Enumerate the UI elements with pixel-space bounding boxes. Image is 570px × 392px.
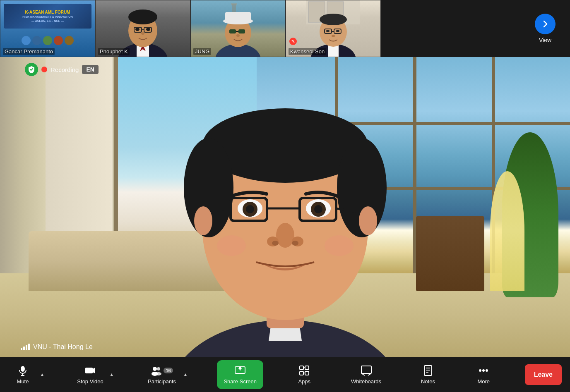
badge-4 [54, 36, 63, 45]
whiteboards-button[interactable]: Whiteboards [346, 360, 387, 389]
toolbar: Mute ▲ Stop Video ▲ 16 P [0, 357, 570, 392]
notes-label: Notes [421, 378, 435, 385]
svg-point-88 [479, 369, 481, 372]
badges-row [0, 36, 95, 45]
thumbnail-gancar[interactable]: K-ASEAN AML FORUM RISK MANAGEMENT & INNO… [0, 0, 95, 57]
share-screen-label: Share Screen [224, 378, 257, 385]
svg-point-58 [292, 241, 298, 246]
forum-subtitle: RISK MANAGEMENT & INNOVATION [22, 15, 72, 19]
svg-point-57 [272, 241, 279, 246]
svg-point-10 [141, 32, 144, 35]
forum-sub2: — ASEAN, ES... NCE — [22, 19, 72, 23]
participants-button[interactable]: 16 Participants [143, 360, 180, 389]
participant-name-phouphet: Phouphet K [98, 48, 130, 55]
more-button[interactable]: More [469, 360, 498, 389]
svg-rect-81 [361, 366, 371, 373]
mute-label: Mute [17, 378, 29, 385]
svg-marker-67 [93, 368, 95, 373]
video-caret[interactable]: ▲ [107, 360, 117, 389]
svg-rect-12 [231, 3, 237, 5]
svg-point-48 [314, 205, 322, 213]
participants-caret[interactable]: ▲ [180, 360, 190, 389]
svg-point-69 [157, 367, 160, 370]
svg-point-20 [236, 34, 240, 37]
main-video: Recording EN VNU - Thai Hong Le [0, 57, 570, 357]
forum-banner: K-ASEAN AML FORUM RISK MANAGEMENT & INNO… [4, 4, 91, 29]
svg-rect-17 [229, 29, 236, 33]
leave-button[interactable]: Leave [525, 364, 562, 385]
language-badge: EN [82, 65, 98, 74]
participant-name-kwanseol: Kwanseol Son [289, 48, 326, 55]
svg-point-31 [326, 30, 329, 32]
badge-2 [32, 36, 41, 45]
svg-point-63 [21, 366, 25, 372]
view-label: View [539, 37, 551, 43]
share-screen-button[interactable]: Share Screen [217, 360, 263, 389]
more-label: More [477, 378, 490, 385]
signal-icon [21, 344, 30, 350]
mute-caret[interactable]: ▲ [37, 360, 47, 389]
svg-point-6 [146, 28, 150, 31]
svg-rect-78 [305, 371, 309, 375]
participants-label: Participants [148, 378, 176, 385]
recording-dot [41, 67, 47, 72]
svg-rect-76 [305, 366, 309, 370]
svg-rect-18 [238, 29, 245, 33]
svg-rect-77 [300, 371, 303, 375]
apps-button[interactable]: Apps [290, 360, 319, 389]
mute-button[interactable]: Mute [8, 360, 37, 389]
speaker-name-text: VNU - Thai Hong Le [33, 343, 93, 351]
svg-point-59 [217, 235, 246, 256]
svg-rect-16 [225, 12, 251, 22]
notes-button[interactable]: Notes [414, 360, 443, 389]
thumbnail-kwanseol[interactable]: Kwanseol Son [286, 0, 381, 57]
participant-name-jung: JUNG [193, 48, 211, 55]
security-shield-icon [25, 63, 38, 76]
badge-3 [43, 36, 52, 45]
stop-video-label: Stop Video [77, 378, 103, 385]
badge-5 [65, 36, 74, 45]
whiteboards-label: Whiteboards [351, 378, 381, 385]
svg-point-5 [135, 28, 139, 31]
svg-point-89 [482, 369, 485, 372]
badge-1 [22, 36, 31, 45]
svg-point-60 [325, 235, 354, 256]
svg-point-62 [359, 206, 377, 235]
apps-label: Apps [298, 378, 310, 385]
speaker-name-bar: VNU - Thai Hong Le [21, 343, 93, 351]
thumbnail-jung[interactable]: JUNG [190, 0, 286, 57]
participant-name-gancar: Gancar Premananto [3, 48, 55, 55]
recording-label: Recording [51, 66, 79, 73]
view-icon [535, 14, 556, 34]
svg-point-4 [128, 10, 157, 24]
svg-point-27 [320, 14, 347, 25]
svg-point-45 [246, 205, 254, 213]
svg-point-68 [153, 367, 157, 371]
stop-video-button[interactable]: Stop Video [74, 360, 106, 389]
participants-strip: K-ASEAN AML FORUM RISK MANAGEMENT & INNO… [0, 0, 570, 57]
svg-point-90 [486, 369, 488, 372]
svg-point-33 [332, 35, 335, 37]
recording-badge: Recording EN [25, 63, 99, 76]
svg-rect-66 [85, 368, 93, 373]
svg-point-61 [194, 206, 212, 235]
participant-count-badge: 16 [164, 368, 173, 373]
thumbnail-phouphet[interactable]: Phouphet K [95, 0, 190, 57]
svg-point-54 [276, 223, 294, 248]
svg-point-71 [156, 372, 161, 375]
svg-rect-75 [300, 366, 303, 370]
svg-point-32 [336, 30, 339, 32]
view-button[interactable]: View [520, 0, 570, 57]
muted-icon-kwanseol [289, 38, 297, 45]
forum-title: K-ASEAN AML FORUM [22, 10, 72, 15]
